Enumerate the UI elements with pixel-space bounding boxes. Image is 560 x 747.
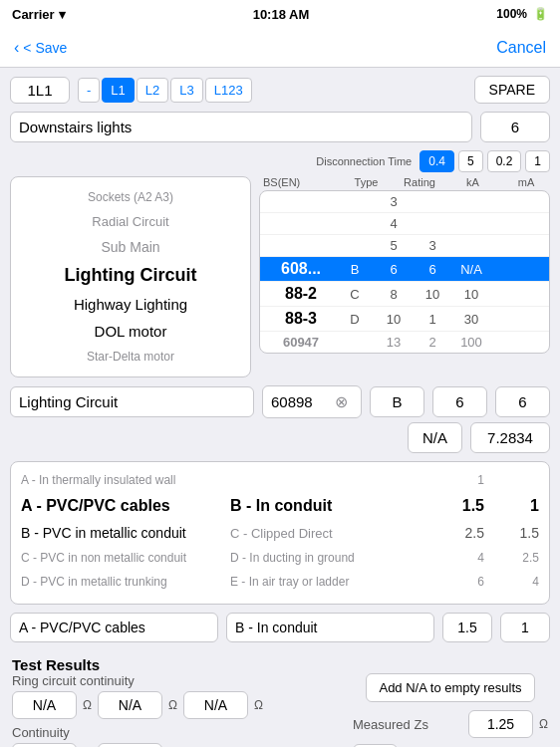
ring-field-1[interactable] — [12, 691, 77, 719]
disc-time-04-button[interactable]: 0.4 — [420, 150, 454, 172]
test-results-title: Test Results — [12, 656, 100, 673]
back-label: < Save — [23, 40, 67, 56]
cable-a-n1: 1.5 — [439, 497, 484, 515]
disc-time-1-button[interactable]: 1 — [525, 150, 550, 172]
wifi-icon: ▾ — [59, 7, 66, 22]
back-chevron-icon: ‹ — [14, 39, 19, 57]
cable-b-n2: 1.5 — [494, 525, 539, 541]
circuit-type-highway[interactable]: Highway Lighting — [11, 291, 250, 318]
circuit-type-sockets[interactable]: Sockets (A2 A3) — [11, 185, 250, 209]
continuity-field-1[interactable] — [12, 743, 77, 747]
circuit-number-field[interactable] — [480, 112, 550, 142]
cable-section: A - In thermally insulated wall 1 A - PV… — [10, 461, 550, 605]
phase-buttons: - L1 L2 L3 L123 — [78, 78, 252, 103]
disc-time-5-button[interactable]: 5 — [458, 150, 483, 172]
cable-a-label[interactable]: A - PVC/PVC cables — [21, 494, 220, 518]
bs-header-rating: Rating — [400, 176, 439, 188]
cable-b-metallic-label[interactable]: B - PVC in metallic conduit — [21, 522, 220, 544]
bs-table-panel: BS(EN) Type Rating kA mA 3 — [259, 176, 550, 377]
cable-d-n1: 6 — [439, 575, 484, 589]
ring-field-3[interactable] — [183, 691, 248, 719]
disc-time-02-button[interactable]: 0.2 — [487, 150, 522, 172]
continuity-field-2[interactable] — [98, 743, 162, 747]
cable-d-trunking-label[interactable]: D - PVC in metallic trunking — [21, 572, 220, 592]
ring-unit-1: Ω — [83, 698, 92, 712]
circuit-type-stardelta[interactable]: Star-Delta motor — [11, 345, 250, 369]
bs-row-4[interactable]: 608... B 6 6 N/A — [260, 257, 549, 282]
cable-selected-row — [10, 613, 550, 642]
measured-zs-field[interactable] — [468, 710, 533, 738]
bs-row-6[interactable]: 88-3 D 10 1 30 — [260, 307, 549, 332]
cable-d-ducting-label[interactable]: D - In ducting in ground — [230, 548, 429, 568]
circuit-type-lighting[interactable]: Lighting Circuit — [11, 260, 250, 291]
na-field[interactable] — [408, 422, 462, 453]
nav-bar: ‹ < Save Cancel — [0, 28, 560, 68]
cable-therm-label[interactable]: A - In thermally insulated wall — [21, 470, 220, 490]
circuit-id-field[interactable]: 1L1 — [10, 77, 70, 104]
measured-zs-label: Measured Zs — [353, 717, 462, 732]
cable-therm-n1: 1 — [439, 473, 484, 487]
add-na-button[interactable]: Add N/A to empty results — [366, 673, 534, 702]
battery-label: 100% — [496, 7, 527, 21]
bs-row-2[interactable]: 4 — [260, 213, 549, 235]
bs-header-ma: mA — [506, 176, 546, 188]
cable-sel-left-field[interactable] — [10, 613, 218, 642]
ring-unit-3: Ω — [254, 698, 263, 712]
bs-header-bsen: BS(EN) — [263, 176, 333, 188]
circuit-name-field[interactable] — [10, 112, 472, 142]
clear-icon[interactable]: ⊗ — [335, 392, 348, 411]
calc-field[interactable] — [470, 422, 550, 453]
continuity-label: Continuity — [12, 725, 122, 740]
time-label: 10:18 AM — [253, 7, 310, 22]
test-results-section: Test Results Ring circuit continuity Ω Ω… — [10, 652, 550, 747]
cable-sel-n2-field[interactable] — [500, 613, 550, 642]
bs-row-1[interactable]: 3 — [260, 191, 549, 213]
ring-continuity-label: Ring circuit continuity — [12, 673, 135, 688]
phase-minus-button[interactable]: - — [78, 78, 100, 103]
bs-header-ka: kA — [453, 176, 493, 188]
carrier-label: Carrier — [12, 7, 55, 22]
type-field[interactable] — [370, 386, 424, 417]
measured-zs-unit: Ω — [539, 717, 548, 731]
spare-button[interactable]: SPARE — [474, 76, 550, 104]
cable-e-airtray-label[interactable]: E - In air tray or ladder — [230, 572, 429, 592]
cable-c-nonmetal-label[interactable]: C - PVC in non metallic conduit — [21, 548, 220, 568]
cable-b-n1: 2.5 — [439, 525, 484, 541]
rating-field[interactable] — [432, 386, 487, 417]
ring-field-2[interactable] — [98, 691, 162, 719]
disconnection-label: Disconnection Time — [316, 155, 412, 167]
circuit-type-label-field[interactable] — [10, 386, 254, 417]
cable-d-n2: 4 — [494, 575, 539, 589]
cable-sel-right-field[interactable] — [226, 613, 434, 642]
cable-c-clipped-label[interactable]: C - Clipped Direct — [230, 523, 429, 544]
cable-c-n2: 2.5 — [494, 551, 539, 565]
battery-icon: 🔋 — [533, 7, 548, 21]
bs-row-5[interactable]: 88-2 C 8 10 10 — [260, 282, 549, 307]
bs-row-7[interactable]: 60947 13 2 100 — [260, 332, 549, 353]
phase-l3-button[interactable]: L3 — [170, 78, 202, 103]
ka-field[interactable] — [495, 386, 550, 417]
ring-unit-2: Ω — [168, 698, 177, 712]
cable-a-n2: 1 — [494, 497, 539, 515]
circuit-type-dol[interactable]: DOL motor — [11, 318, 250, 345]
status-bar: Carrier ▾ 10:18 AM 100% 🔋 — [0, 0, 560, 28]
bs-value-field[interactable] — [271, 393, 331, 410]
cable-sel-n1-field[interactable] — [442, 613, 492, 642]
circuit-type-submain[interactable]: Sub Main — [11, 234, 250, 260]
bs-header-type: Type — [347, 176, 387, 188]
circuit-type-radial[interactable]: Radial Circuit — [11, 209, 250, 234]
cancel-button[interactable]: Cancel — [496, 39, 546, 57]
phase-l2-button[interactable]: L2 — [137, 78, 168, 103]
cable-c-n1: 4 — [439, 551, 484, 565]
bs-row-3[interactable]: 5 3 — [260, 235, 549, 257]
back-button[interactable]: ‹ < Save — [14, 39, 67, 57]
phase-l1-button[interactable]: L1 — [102, 78, 134, 103]
phase-l123-button[interactable]: L123 — [205, 78, 252, 103]
circuit-type-panel: Sockets (A2 A3) Radial Circuit Sub Main … — [10, 176, 251, 377]
cable-b-inconduit-label[interactable]: B - In conduit — [230, 494, 429, 518]
